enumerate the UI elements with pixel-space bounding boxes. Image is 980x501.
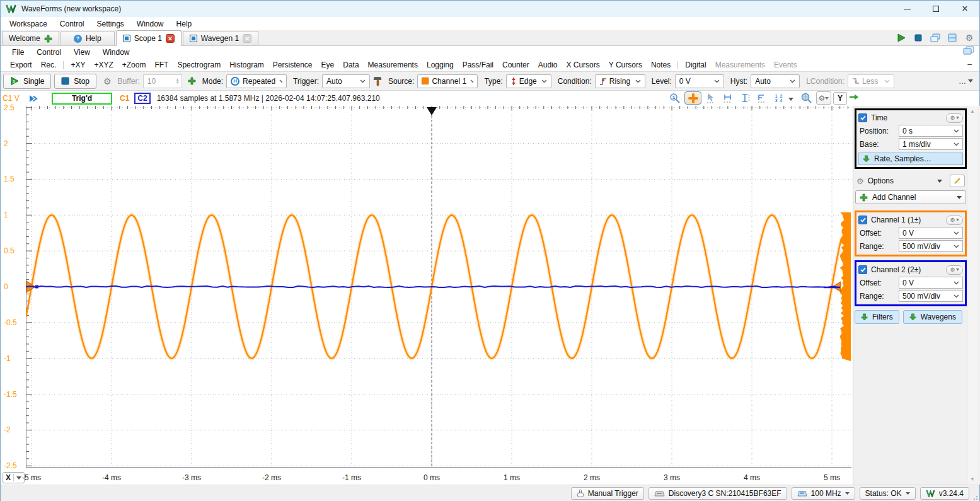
manual-trigger-hammer-icon[interactable] [373,76,382,86]
tab-scope-1[interactable]: Scope 1 × [116,30,182,46]
measure-dropdown-icon[interactable] [788,94,793,103]
run-all-button[interactable] [894,32,908,44]
hyst-select[interactable]: Auto [751,74,800,88]
close-scope-tab-icon[interactable]: × [166,34,175,43]
time-position-select[interactable]: 0 s [899,125,963,137]
view-menu-item[interactable]: Measurements [711,60,770,69]
time-settings-button[interactable]: ⚙ [946,113,963,123]
wavegens-button[interactable]: Wavegens [903,310,962,324]
scope-menu-item[interactable]: File [6,48,30,57]
clock-frequency-button[interactable]: 100 MHz [792,487,855,500]
scope-plot-canvas[interactable] [26,106,853,471]
lcondition-select[interactable]: Less [848,74,894,88]
view-menu-item[interactable]: Rec. [37,60,61,69]
scroll-up-icon[interactable]: ▲ [970,108,975,114]
spinner-arrows-icon[interactable]: ▲▼ [176,78,182,84]
horizontal-measure-icon[interactable] [720,91,735,105]
view-menu-item[interactable]: Digital [681,60,710,69]
more-options-button[interactable]: … [959,77,977,86]
notes-button[interactable] [950,175,965,187]
add-mode-icon[interactable] [188,77,196,85]
close-wavegen-tab-icon[interactable]: × [243,34,251,43]
channel-1-checkbox[interactable] [858,216,867,224]
main-menu-item[interactable]: Help [170,17,199,30]
view-menu-item[interactable]: Counter [498,60,534,69]
pan-right-icon[interactable] [849,93,859,103]
main-menu-item[interactable]: Window [130,17,170,30]
rate-samples-button[interactable]: Rate, Samples… [858,153,963,165]
stop-button[interactable]: Stop [54,74,96,89]
time-base-select[interactable]: 1 ms/div [899,138,963,150]
minimize-button[interactable] [892,1,921,17]
cascade-windows-button[interactable] [928,32,942,44]
type-select[interactable]: Edge [506,74,551,88]
stop-all-button[interactable] [911,32,925,44]
x-axis-button[interactable]: X [3,472,25,483]
view-menu-item[interactable]: FFT [150,60,173,69]
scope-menu-item[interactable]: Control [30,48,67,57]
add-channel-button[interactable]: Add Channel [855,190,966,204]
channel-2-offset-select[interactable]: 0 V [899,277,963,289]
pointer-measure-icon[interactable] [703,91,718,105]
view-menu-item[interactable]: Histogram [225,60,268,69]
view-menu-item[interactable]: Logging [422,60,458,69]
channel-1-settings-button[interactable]: ⚙ [946,216,963,225]
view-menu-item[interactable]: Persistence [268,60,317,69]
main-menu-item[interactable]: Settings [91,17,130,30]
tab-welcome[interactable]: Welcome [2,31,59,45]
waveform-plot[interactable]: 2.521.510.50-0.5-1-1.5-2-2.5 [1,106,853,471]
collapse-toolbar-button[interactable]: – [967,60,972,69]
panel-scrollbar[interactable]: ▲ ▼ [967,106,977,485]
channel-1-badge[interactable]: C1 [120,94,129,103]
filters-button[interactable]: Filters [855,310,899,324]
view-menu-item[interactable]: Notes [647,60,675,69]
mode-select[interactable]: HRepeated [226,74,287,88]
vertical-axis-source-label[interactable]: C1 V [1,94,22,103]
view-menu-item[interactable]: X Cursors [562,60,604,69]
level-select[interactable]: 0 V [675,74,724,88]
view-menu-item[interactable]: +Zoom [118,60,151,69]
zoom-region-icon[interactable] [799,91,814,105]
tile-windows-button[interactable] [945,32,959,44]
resize-grip[interactable] [972,495,978,500]
options-row[interactable]: ⚙ Options [855,173,967,189]
float-window-button[interactable] [963,46,974,57]
scope-menu-item[interactable]: View [67,48,96,57]
view-menu-item[interactable]: Audio [534,60,562,69]
view-menu-item[interactable]: Pass/Fail [458,60,498,69]
view-menu-item[interactable]: Y Cursors [604,60,647,69]
add-tab-icon[interactable] [44,35,52,43]
trigger-select[interactable]: Auto [322,74,370,88]
tab-wavegen-1[interactable]: Wavegen 1 × [183,31,258,45]
single-button[interactable]: 1 Single [3,74,51,89]
close-button[interactable]: × [950,1,979,17]
channel-2-range-select[interactable]: 500 mV/div [899,290,963,302]
view-menu-item[interactable]: Spectrogram [173,60,225,69]
zoom-1-icon[interactable]: 1 [667,91,683,105]
view-menu-item[interactable]: Events [770,60,802,69]
plot-settings-button[interactable]: ⚙ [816,91,831,105]
vertical-measure-icon[interactable] [737,91,752,105]
source-select[interactable]: Channel 1 [417,74,478,88]
acquisition-settings-icon[interactable]: ⚙ [103,76,112,86]
channel-2-badge[interactable]: C2 [134,93,150,104]
maximize-button[interactable] [921,1,950,17]
view-menu-item[interactable]: Export [6,60,37,69]
view-menu-item[interactable]: +XYZ [89,60,117,69]
channel-2-checkbox[interactable] [858,265,867,274]
crosshair-tool-button[interactable] [684,91,701,105]
main-menu-item[interactable]: Workspace [3,17,54,30]
main-menu-item[interactable]: Control [54,17,91,30]
global-settings-button[interactable]: ⚙ [962,32,976,44]
version-badge[interactable]: v3.24.4 [920,487,969,500]
edge-measure-icon[interactable] [754,91,770,105]
tab-help[interactable]: ? Help [61,31,115,45]
scope-menu-item[interactable]: Window [96,48,136,57]
channel-2-settings-button[interactable]: ⚙ [946,265,963,275]
channel-1-range-select[interactable]: 500 mV/div [899,240,963,252]
view-menu-item[interactable]: +XY [66,60,89,69]
status-ok-button[interactable]: Status: OK [860,487,916,500]
condition-select[interactable]: Rising [595,74,645,88]
view-menu-item[interactable]: Data [338,60,363,69]
device-button[interactable]: Discovery3 C SN:210415BF63EF [649,487,787,500]
